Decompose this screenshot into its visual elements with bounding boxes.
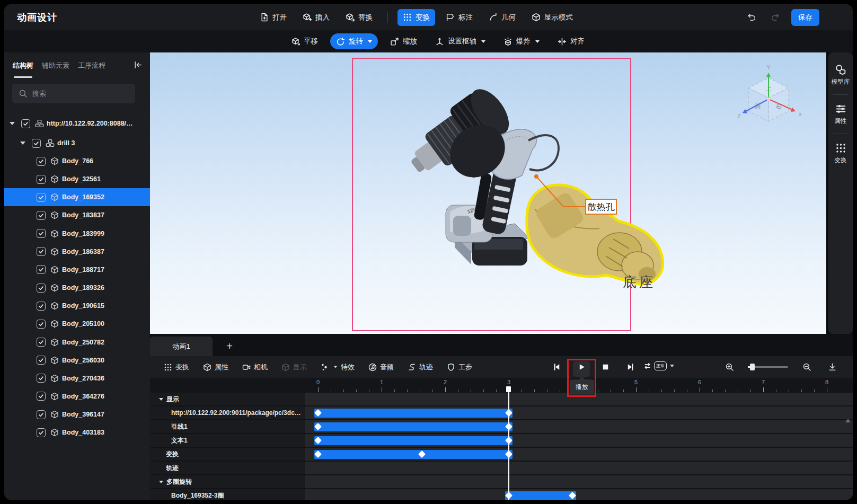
right-panel-properties[interactable]: 属性 [835, 100, 847, 128]
timeline-clip[interactable] [314, 409, 513, 418]
timeline-tool-effects[interactable]: 特效 [321, 362, 355, 372]
search-input[interactable]: 搜索 [12, 84, 135, 103]
visibility-checkbox[interactable] [37, 284, 46, 293]
tree-item-body_183999[interactable]: Body_183999 [4, 225, 150, 243]
timeline-tool-trajectory[interactable]: 轨迹 [408, 362, 433, 372]
align-button[interactable]: 对齐 [552, 33, 590, 49]
timeline-clip[interactable] [314, 436, 513, 445]
tree-item-body_169352[interactable]: Body_169352 [4, 188, 150, 206]
viewport-3d[interactable]: 12V [150, 52, 826, 338]
transform-button[interactable]: 变换 [397, 9, 435, 26]
track-label-row[interactable]: http://10.122.92.200:9011/package/pc/3dc… [150, 406, 305, 419]
play-speed-button[interactable]: 正常 [643, 361, 674, 370]
visibility-checkbox[interactable] [37, 356, 46, 365]
visibility-checkbox[interactable] [37, 229, 46, 238]
visibility-checkbox[interactable] [37, 211, 46, 220]
visibility-checkbox[interactable] [32, 139, 41, 148]
timeline-tool-property[interactable]: 属性 [203, 362, 228, 372]
timeline-tool-camera[interactable]: 相机 [242, 362, 268, 372]
annotate-button[interactable]: 标注 [440, 9, 478, 26]
visibility-checkbox[interactable] [37, 392, 46, 401]
track-label-row[interactable]: 显示 [150, 393, 305, 405]
timeline-tool-transform[interactable]: 变换 [164, 362, 189, 372]
track-label-row[interactable]: Body_169352-3圈 [150, 489, 305, 500]
tab-aux-elements[interactable]: 辅助元素 [42, 61, 69, 72]
visibility-checkbox[interactable] [37, 428, 46, 437]
track-lane[interactable] [305, 475, 853, 488]
right-panel-model-library[interactable]: 模型库 [832, 61, 850, 89]
visibility-checkbox[interactable] [37, 374, 46, 383]
visibility-checkbox[interactable] [37, 193, 46, 202]
tree-item-body_183837[interactable]: Body_183837 [4, 206, 150, 224]
track-lane[interactable] [305, 462, 853, 474]
timeline-clip[interactable] [505, 491, 576, 500]
expand-caret-icon[interactable] [10, 122, 15, 125]
pan-button[interactable]: 平移 [285, 33, 324, 49]
display-mode-button[interactable]: 显示模式 [526, 9, 578, 26]
save-button[interactable]: 保存 [791, 9, 819, 26]
visibility-checkbox[interactable] [37, 302, 46, 311]
visibility-checkbox[interactable] [37, 247, 46, 256]
tree-item-body_188717[interactable]: Body_188717 [4, 261, 150, 279]
slider-handle[interactable] [750, 364, 755, 370]
tree-item-body_186387[interactable]: Body_186387 [4, 243, 150, 261]
track-label-row[interactable]: 轨迹 [150, 462, 305, 474]
tab-process-flow[interactable]: 工序流程 [78, 61, 105, 72]
tree-item-body_403183[interactable]: Body_403183 [4, 423, 150, 441]
timeline-zoom-slider[interactable] [748, 366, 788, 368]
tree-item-body_250782[interactable]: Body_250782 [4, 333, 150, 351]
redo-button[interactable] [768, 11, 782, 24]
replace-button[interactable]: 替换 [340, 9, 378, 26]
track-label-row[interactable]: 变换 [150, 448, 305, 461]
visibility-checkbox[interactable] [37, 175, 46, 184]
collapse-panel-button[interactable] [134, 60, 143, 69]
stop-button[interactable] [598, 356, 612, 378]
tree-item-body_190615[interactable]: Body_190615 [4, 297, 150, 315]
set-pivot-button[interactable]: 设置枢轴 [429, 33, 491, 49]
tab-structure-tree[interactable]: 结构树 [13, 61, 33, 72]
playhead[interactable] [508, 386, 509, 500]
add-animation-button[interactable]: + [222, 338, 237, 354]
tree-item-body_256030[interactable]: Body_256030 [4, 351, 150, 369]
tracks-scroll-up-icon[interactable] [845, 419, 851, 422]
track-label-row[interactable]: 引线1 [150, 420, 305, 433]
tree-item-http10122922008088pack[interactable]: http://10.122.92.200:8088/pack... [4, 114, 150, 132]
tree-item-body_205100[interactable]: Body_205100 [4, 315, 150, 333]
track-label-row[interactable]: 文本1 [150, 434, 305, 447]
track-lane[interactable] [305, 489, 853, 500]
explode-button[interactable]: 爆炸 [498, 33, 545, 49]
timeline-tool-step[interactable]: 工步 [447, 362, 472, 372]
geometry-button[interactable]: 几何 [483, 9, 521, 26]
track-label-row[interactable]: 多圈旋转 [150, 475, 305, 488]
right-panel-transform[interactable]: 变换 [835, 139, 847, 167]
track-caret-icon[interactable] [159, 398, 163, 401]
track-lane[interactable] [305, 393, 853, 405]
tree-item-body_364276[interactable]: Body_364276 [4, 387, 150, 405]
visibility-checkbox[interactable] [37, 338, 46, 347]
timeline-ruler[interactable]: 012345678 [150, 378, 853, 393]
track-caret-icon[interactable] [159, 481, 163, 483]
tree-item-body_270436[interactable]: Body_270436 [4, 369, 150, 387]
tree-item-body_766[interactable]: Body_766 [4, 152, 150, 170]
export-button[interactable] [825, 360, 839, 374]
view-cube[interactable]: 上 前 右 Y x Z [737, 64, 802, 121]
undo-button[interactable] [745, 11, 758, 24]
tree-item-body_32561[interactable]: Body_32561 [4, 170, 150, 188]
zoom-in-button[interactable] [722, 360, 736, 374]
open-button[interactable]: 打开 [254, 9, 292, 26]
visibility-checkbox[interactable] [37, 410, 46, 419]
visibility-checkbox[interactable] [37, 265, 46, 274]
animation-tab[interactable]: 动画1 [150, 337, 213, 356]
visibility-checkbox[interactable] [37, 157, 46, 166]
timeline-tool-audio[interactable]: 音频 [368, 362, 394, 372]
visibility-checkbox[interactable] [37, 320, 46, 329]
scale-button[interactable]: 缩放 [384, 33, 423, 49]
tree-item-body_189326[interactable]: Body_189326 [4, 279, 150, 297]
rotate-button[interactable]: 旋转 [330, 33, 378, 49]
expand-caret-icon[interactable] [20, 142, 25, 145]
timeline-clip[interactable] [314, 422, 513, 431]
step-forward-button[interactable] [623, 356, 637, 378]
tree-item-drill3[interactable]: drill 3 [4, 134, 150, 152]
step-back-button[interactable] [550, 356, 564, 378]
visibility-checkbox[interactable] [21, 119, 30, 128]
